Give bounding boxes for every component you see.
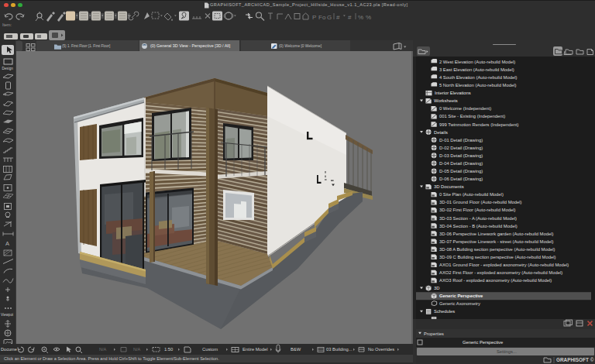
svg-text:001 Site - Existing (Independe: 001 Site - Existing (Independent) bbox=[439, 114, 505, 118]
svg-text:3D Documents: 3D Documents bbox=[434, 184, 464, 189]
svg-text:D-06 Detail (Drawing): D-06 Detail (Drawing) bbox=[439, 177, 483, 181]
svg-text:Design: Design bbox=[2, 67, 14, 70]
svg-text:5 North Elevation (Auto-rebuil: 5 North Elevation (Auto-rebuild Model) bbox=[439, 83, 516, 88]
svg-text:3D-02 First Floor (Auto-rebuil: 3D-02 First Floor (Auto-rebuild Model) bbox=[439, 208, 515, 212]
svg-text:Worksheets: Worksheets bbox=[434, 98, 458, 103]
svg-text:Interior Elevations: Interior Elevations bbox=[435, 91, 471, 95]
svg-text:Viewpoi: Viewpoi bbox=[1, 313, 13, 317]
svg-text:3D-09 C Building section persp: 3D-09 C Building section perspective (Au… bbox=[439, 255, 555, 259]
svg-text:1:50: 1:50 bbox=[164, 347, 173, 352]
svg-text:No Overrides: No Overrides bbox=[368, 347, 394, 352]
svg-text:3D-06 Perspective Linework gar: 3D-06 Perspective Linework garden (Auto-… bbox=[439, 232, 554, 236]
svg-text:3D-08 A Building section persp: 3D-08 A Building section perspective (Au… bbox=[439, 247, 555, 252]
svg-text:3D: 3D bbox=[434, 286, 439, 290]
svg-text:Custom: Custom bbox=[202, 347, 218, 352]
svg-text:N/A: N/A bbox=[133, 347, 141, 352]
svg-text:Generic Axonometry: Generic Axonometry bbox=[439, 301, 480, 306]
svg-text:Schedules: Schedules bbox=[434, 309, 455, 314]
svg-text:D-05 Detail (Drawing): D-05 Detail (Drawing) bbox=[439, 169, 483, 173]
svg-text:N/A: N/A bbox=[99, 347, 107, 352]
svg-text:3D-01 Ground Floor (Auto-rebui: 3D-01 Ground Floor (Auto-rebuild Model) bbox=[439, 200, 522, 204]
svg-text:0 Welcome (Independent): 0 Welcome (Independent) bbox=[439, 106, 491, 111]
svg-text:AXO2 First Floor - exploded ax: AXO2 First Floor - exploded axonometry (… bbox=[439, 270, 562, 275]
svg-text:03 Building...: 03 Building... bbox=[326, 347, 353, 352]
svg-text:D-01 Detail (Drawing): D-01 Detail (Drawing) bbox=[439, 138, 483, 143]
svg-text:3 East Elevation (Auto-rebuild: 3 East Elevation (Auto-rebuild Model) bbox=[439, 67, 514, 72]
svg-text:999 Twinmotion Renders (Indepe: 999 Twinmotion Renders (Independent) bbox=[439, 122, 519, 127]
svg-text:Entire Model: Entire Model bbox=[242, 347, 268, 352]
svg-text:Details: Details bbox=[434, 130, 448, 135]
svg-text:4 South Elevation (Auto-rebuil: 4 South Elevation (Auto-rebuild Model) bbox=[439, 75, 517, 80]
svg-text:B&W: B&W bbox=[291, 347, 301, 352]
svg-text:3D-07 Perspective Linework - s: 3D-07 Perspective Linework - street (Aut… bbox=[439, 239, 554, 244]
svg-text:2 West Elevation (Auto-rebuild: 2 West Elevation (Auto-rebuild Model) bbox=[439, 60, 515, 64]
svg-text:D-03 Detail (Drawing): D-03 Detail (Drawing) bbox=[439, 153, 483, 158]
svg-text:D-02 Detail (Drawing): D-02 Detail (Drawing) bbox=[439, 146, 483, 150]
svg-text:0 Site Plan (Auto-rebuild Mode: 0 Site Plan (Auto-rebuild Model) bbox=[439, 192, 504, 197]
svg-text:Generic Perspective: Generic Perspective bbox=[439, 294, 483, 298]
svg-text:D-04 Detail (Drawing): D-04 Detail (Drawing) bbox=[439, 161, 483, 166]
svg-text:AXO3 Roof - exploded axonometr: AXO3 Roof - exploded axonometry (Auto-re… bbox=[439, 278, 552, 283]
svg-text:A: A bbox=[5, 240, 9, 247]
svg-text:3D-04 Section - B (Auto-rebuil: 3D-04 Section - B (Auto-rebuild Model) bbox=[439, 224, 518, 228]
svg-text:3D-03 Section - A (Auto-rebuil: 3D-03 Section - A (Auto-rebuild Model) bbox=[439, 216, 517, 221]
svg-text:AXO1 Ground Floor - exploded a: AXO1 Ground Floor - exploded axonometry … bbox=[439, 263, 569, 267]
